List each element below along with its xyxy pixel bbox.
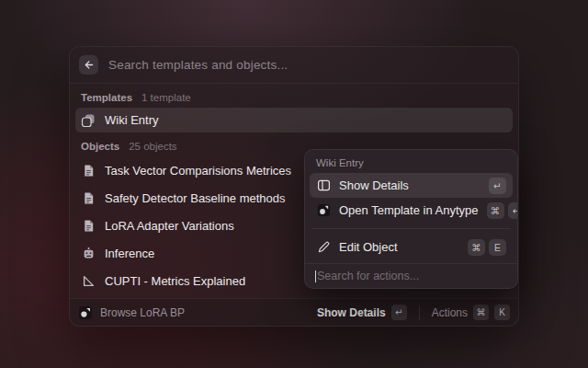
list-item-label: LoRA Adapter Variations [105, 219, 234, 233]
templates-section-count: 1 template [141, 92, 191, 103]
list-item-label: CUPTI - Metrics Explained [105, 274, 245, 288]
menu-item-open-template[interactable]: Open Template in Anytype ⌘ ↵ [310, 198, 513, 223]
document-icon [81, 163, 96, 178]
robot-icon [81, 246, 96, 260]
list-item-label: Safety Detector Baseline methods [105, 191, 286, 205]
show-details-label: Show Details [317, 306, 386, 319]
actions-search-placeholder: Search for actions... [317, 270, 419, 282]
cmd-keycap: ⌘ [473, 305, 489, 320]
search-header: Search templates and objects... [70, 47, 518, 84]
context-menu-title: Wiki Entry [305, 150, 517, 171]
actions-label: Actions [432, 306, 468, 319]
footer-context: Browse LoRA BP [78, 305, 310, 320]
back-button[interactable] [79, 55, 98, 75]
return-keycap: ↵ [508, 202, 517, 219]
template-icon [81, 113, 96, 128]
anytype-logo-icon [78, 305, 93, 320]
k-keycap: K [494, 305, 510, 320]
triangle-ruler-icon [81, 273, 96, 288]
document-icon [81, 190, 96, 205]
menu-item-label: Open Template in Anytype [339, 203, 479, 217]
menu-item-edit-object[interactable]: Edit Object ⌘ E [310, 235, 513, 259]
search-input[interactable]: Search templates and objects... [108, 58, 509, 72]
return-keycap: ↵ [391, 305, 407, 320]
templates-section-header: Templates 1 template [70, 84, 518, 108]
document-icon [81, 218, 96, 233]
list-item-label: Task Vector Comparisions Metrices [105, 164, 291, 178]
list-item-wiki-entry[interactable]: Wiki Entry [75, 108, 513, 132]
context-menu-items: Show Details ↵ Open Template in Anytype … [305, 171, 517, 263]
return-keycap: ↵ [489, 178, 506, 194]
cmd-keycap: ⌘ [468, 239, 485, 256]
show-details-action[interactable]: Show Details ↵ [317, 305, 407, 320]
pencil-icon [316, 240, 331, 255]
objects-section-label: Objects [81, 141, 119, 152]
menu-item-label: Show Details [339, 178, 481, 192]
actions-search-input[interactable]: Search for actions... [305, 263, 517, 288]
anytype-logo-icon [316, 203, 331, 218]
actions-button[interactable]: Actions ⌘ K [432, 305, 510, 320]
sidebar-panel-icon [316, 178, 331, 193]
context-menu: Wiki Entry Show Details ↵ Open Template … [304, 149, 518, 289]
menu-divider [311, 228, 511, 229]
e-keycap: E [489, 239, 506, 256]
menu-item-show-details[interactable]: Show Details ↵ [310, 173, 513, 198]
list-item-label: Wiki Entry [105, 113, 159, 127]
footer-bar: Browse LoRA BP Show Details ↵ Actions ⌘ … [70, 298, 518, 326]
menu-item-label: Edit Object [339, 240, 459, 254]
templates-section-label: Templates [81, 92, 132, 103]
list-item-label: Inference [105, 247, 154, 260]
text-caret [315, 270, 316, 282]
footer-divider [419, 305, 420, 320]
footer-context-label: Browse LoRA BP [100, 306, 185, 319]
arrow-left-icon [82, 58, 96, 73]
objects-section-count: 25 objects [129, 141, 176, 152]
cmd-keycap: ⌘ [487, 202, 504, 219]
